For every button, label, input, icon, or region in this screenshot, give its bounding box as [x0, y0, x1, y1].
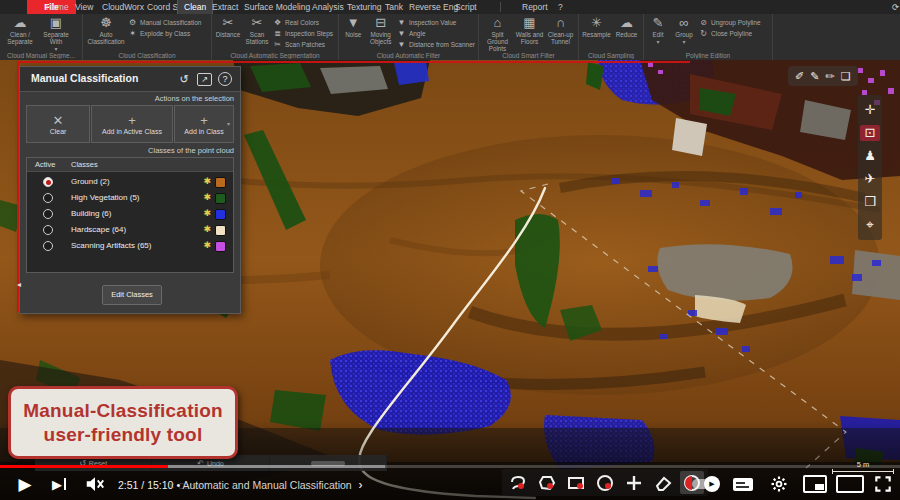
group-polyline-button[interactable]: ∞ Group ▾	[671, 16, 697, 45]
class-color-swatch[interactable]	[215, 193, 226, 204]
video-progress-bar[interactable]	[0, 465, 900, 468]
distance-button[interactable]: ✂ Distance	[215, 16, 241, 38]
ungroup-polyline-button[interactable]: ⊘ Ungroup Polyline	[699, 18, 761, 27]
refresh-icon[interactable]: ⟳	[886, 0, 900, 14]
tag-edit-icon[interactable]: ✎	[810, 70, 819, 83]
moving-objects-button[interactable]: ⊟ Moving Objects	[367, 16, 395, 45]
visibility-bulb-icon[interactable]: ✱	[203, 208, 211, 218]
tab-view[interactable]: View	[69, 0, 99, 14]
noise-button[interactable]: ▼ Noise	[342, 16, 365, 38]
person-view-icon[interactable]: ♟	[860, 148, 880, 164]
clean-up-tunnel-button[interactable]: ∩ Clean-up Tunnel	[546, 16, 575, 45]
volume-muted-icon[interactable]	[80, 470, 110, 498]
palette-icon: ❖	[273, 18, 282, 27]
banner-line1: Manual-Classification	[23, 399, 223, 423]
fly-mode-icon[interactable]: ✈	[860, 171, 880, 187]
add-in-class-button[interactable]: + Add in Class ▾	[174, 105, 234, 143]
walls-and-floors-button[interactable]: ▦ Walls and Floors	[515, 16, 544, 45]
visibility-bulb-icon[interactable]: ✱	[203, 224, 211, 234]
settings-gear-icon[interactable]	[764, 470, 794, 498]
tab-help[interactable]: ?	[552, 0, 569, 14]
auto-classification-button[interactable]: ☸ Auto Classification	[86, 16, 126, 45]
class-row-ground[interactable]: Ground (2) ✱	[27, 174, 233, 189]
chain-icon: ∞	[679, 16, 688, 31]
app-window: File Home View CloudWorx Coord Sys Clean…	[0, 0, 900, 500]
ribbon: ☁ Clean / Separate ▣ Separate With ▾ Clo…	[0, 14, 900, 61]
pick-points-icon[interactable]: ⌖	[860, 217, 880, 233]
clear-button[interactable]: ✕ Clear	[26, 105, 90, 143]
play-button[interactable]: ▶	[10, 470, 40, 498]
class-color-swatch[interactable]	[215, 177, 226, 188]
explode-by-class-button[interactable]: ✶ Explode by Class	[128, 29, 201, 38]
inspection-value-button[interactable]: ▼ Inspection Value	[397, 18, 475, 27]
visibility-bulb-icon[interactable]: ✱	[203, 240, 211, 250]
active-radio[interactable]	[43, 225, 53, 235]
angle-button[interactable]: ▼ Angle	[397, 29, 475, 38]
manual-classification-panel: Manual Classification ↺ ↗ ? Actions on t…	[19, 66, 241, 314]
viewport-annotate-toolbar: ✐ ✎ ✏ ❏	[788, 66, 858, 86]
distance-from-scanner-button[interactable]: ▼ Distance from Scanner	[397, 40, 475, 49]
explode-icon: ✶	[128, 29, 137, 38]
edit-polyline-button[interactable]: ✎ Edit ▾	[647, 16, 669, 45]
miniplayer-button[interactable]	[800, 470, 830, 498]
add-in-active-class-button[interactable]: + Add in Active Class	[91, 105, 173, 143]
zoom-fit-icon[interactable]: ⊡	[860, 125, 880, 141]
group-cloud-automatic-filter: ▼ Noise ⊟ Moving Objects ▼ Inspection Va…	[339, 14, 479, 60]
inspection-steps-button[interactable]: ≣ Inspection Steps	[273, 29, 333, 38]
pan-move-icon[interactable]: ✛	[860, 102, 880, 118]
reduce-button[interactable]: ☁ Reduce	[613, 16, 640, 38]
panel-collapse-arrow-icon[interactable]: ◂	[17, 280, 21, 289]
separate-with-button[interactable]: ▣ Separate With ▾	[39, 16, 73, 52]
box-view-icon[interactable]: ❒	[860, 194, 880, 210]
video-title[interactable]: Automatic and Manual Classification	[182, 479, 351, 491]
visibility-bulb-icon[interactable]: ✱	[203, 192, 211, 202]
reset-history-icon[interactable]: ↺	[176, 71, 192, 87]
bottom-bar-extra-button[interactable]	[270, 455, 387, 471]
edit-classes-button[interactable]: Edit Classes	[102, 285, 162, 305]
next-button[interactable]: ▶	[46, 470, 72, 498]
scan-stations-button[interactable]: ✂ Scan Stations	[243, 16, 271, 45]
fullscreen-button[interactable]	[868, 470, 898, 498]
class-row-scanning-artifacts[interactable]: Scanning Artifacts (65) ✱	[27, 238, 233, 253]
funnel-icon: ▼	[397, 29, 406, 38]
headset-icon: ∩	[556, 16, 565, 31]
active-radio[interactable]	[43, 177, 53, 187]
class-row-hardscape[interactable]: Hardscape (64) ✱	[27, 222, 233, 237]
unlink-icon: ⊘	[699, 18, 708, 27]
tag-edit2-icon[interactable]: ✏	[825, 70, 834, 83]
scan-patches-button[interactable]: ✂ Scan Patches	[273, 40, 333, 49]
active-radio[interactable]	[43, 193, 53, 203]
resample-button[interactable]: ✳ Resample	[582, 16, 611, 38]
tab-script[interactable]: Script	[449, 0, 483, 14]
funnel-icon: ▼	[347, 16, 360, 31]
factory-icon: ⌂	[494, 16, 502, 31]
theater-mode-button[interactable]	[834, 470, 866, 498]
pencil-icon[interactable]: ✐	[795, 70, 804, 83]
tag-icon[interactable]: ❏	[841, 70, 851, 83]
cloud-icon: ☁	[620, 16, 633, 31]
tab-report[interactable]: Report	[516, 0, 554, 14]
panel-header[interactable]: Manual Classification ↺ ↗ ?	[20, 67, 240, 92]
plus-icon: +	[200, 114, 208, 127]
manual-classification-button[interactable]: ⚙ Manual Classification	[128, 18, 201, 27]
progress-played	[0, 465, 168, 468]
class-row-high-vegetation[interactable]: High Vegetation (5) ✱	[27, 190, 233, 205]
player-controls: ▶ ▶ 2:51 / 15:10 • Automatic and Manual …	[0, 470, 900, 500]
help-icon[interactable]: ?	[218, 72, 232, 86]
class-row-building[interactable]: Building (6) ✱	[27, 206, 233, 221]
active-radio[interactable]	[43, 241, 53, 251]
real-colors-button[interactable]: ❖ Real Colors	[273, 18, 333, 27]
active-radio[interactable]	[43, 209, 53, 219]
subtitles-button[interactable]	[728, 470, 758, 498]
group-cloud-smart-filter: ⌂ Split Ground Points ▦ Walls and Floors…	[479, 14, 579, 60]
class-color-swatch[interactable]	[215, 225, 226, 236]
class-color-swatch[interactable]	[215, 209, 226, 220]
split-ground-points-button[interactable]: ⌂ Split Ground Points	[482, 16, 513, 53]
export-window-icon[interactable]: ↗	[197, 73, 212, 86]
visibility-bulb-icon[interactable]: ✱	[203, 176, 211, 186]
tab-surface-modeling[interactable]: Surface Modeling	[238, 0, 316, 14]
clean-separate-button[interactable]: ☁ Clean / Separate	[3, 16, 37, 45]
autoplay-toggle[interactable]: ▶	[688, 470, 722, 498]
class-color-swatch[interactable]	[215, 241, 226, 252]
close-polyline-button[interactable]: ↻ Close Polyline	[699, 29, 761, 38]
